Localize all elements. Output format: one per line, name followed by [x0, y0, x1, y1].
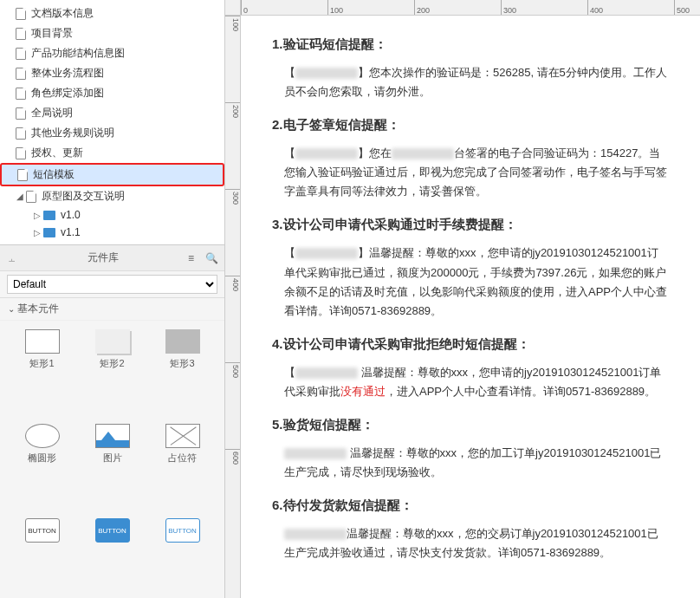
widget-library-panel: ⫠ 元件库 ≡ 🔍 Default ⌄ 基本元件 矩形1矩形2矩形3椭圆形图片占… — [0, 244, 224, 598]
tree-item[interactable]: 授权、更新 — [0, 143, 224, 163]
widget-item[interactable]: 矩形2 — [81, 329, 144, 417]
ruler-tick: 200 — [225, 102, 240, 189]
ruler-tick: 300 — [225, 189, 240, 276]
canvas-area: 0100200300400500 100200300400500600 1.验证… — [225, 0, 700, 598]
section-title: 3.设计公司申请代采购通过时手续费提醒： — [272, 217, 669, 233]
tree-item-label: 角色绑定添加图 — [31, 86, 104, 101]
redacted-text — [295, 148, 358, 159]
tree-item[interactable]: 角色绑定添加图 — [0, 83, 224, 103]
page-icon — [16, 107, 26, 120]
tree-item[interactable]: ▷v1.1 — [0, 224, 224, 241]
ruler-tick: 600 — [225, 449, 240, 536]
widget-item[interactable]: 椭圆形 — [10, 424, 74, 511]
widget-label: 矩形2 — [100, 357, 124, 370]
section-body: 【】您本次操作的验证码是：526285, 请在5分钟内使用。工作人员不会向您索取… — [272, 63, 669, 101]
page-icon — [16, 48, 26, 60]
library-select[interactable]: Default — [7, 275, 217, 294]
section-title: 1.验证码短信提醒： — [272, 36, 669, 53]
widget-shape: BUTTON — [95, 518, 130, 543]
ruler-tick: 500 — [674, 0, 700, 15]
widget-shape — [165, 329, 200, 354]
widget-shape: BUTTON — [165, 518, 200, 543]
widget-item[interactable]: 占位符 — [151, 424, 214, 511]
widget-shape — [25, 329, 60, 354]
chevron-down-icon: ⌄ — [7, 304, 16, 314]
page-icon — [17, 169, 28, 181]
ruler-tick: 100 — [327, 0, 414, 15]
tree-item-label: 产品功能结构信息图 — [31, 46, 125, 61]
section-body: 【】您在台签署的电子合同验证码为：154227。当您输入验证码验证通过后，即视为… — [272, 144, 669, 201]
section-title: 4.设计公司申请代采购审批拒绝时短信提醒： — [272, 336, 669, 353]
tree-item-label: 短信模板 — [33, 167, 75, 182]
widget-grid: 矩形1矩形2矩形3椭圆形图片占位符BUTTONBUTTONBUTTON — [0, 321, 224, 598]
page-icon — [16, 147, 26, 159]
ruler-tick: 200 — [414, 0, 501, 15]
widget-label: 矩形1 — [29, 357, 54, 370]
redacted-text — [295, 248, 358, 259]
section-body: 【 温馨提醒：尊敬的xxx，您申请的jy20191030124521001订单代… — [272, 363, 669, 401]
section-title: 6.待付发货款短信提醒： — [272, 497, 669, 514]
section-body: 【】温馨提醒：尊敬的xxx，您申请的jy20191030124521001订单代… — [272, 244, 669, 320]
page-tree: 文档版本信息项目背景产品功能结构信息图整体业务流程图角色绑定添加图全局说明其他业… — [0, 0, 224, 244]
widget-shape — [95, 424, 130, 448]
search-icon[interactable]: 🔍 — [205, 252, 217, 264]
design-canvas[interactable]: 1.验证码短信提醒：【】您本次操作的验证码是：526285, 请在5分钟内使用。… — [241, 16, 700, 598]
ruler-tick: 400 — [225, 276, 240, 362]
page-icon — [16, 28, 26, 40]
tree-item[interactable]: 产品功能结构信息图 — [0, 43, 224, 63]
widget-label: 占位符 — [168, 452, 197, 465]
redacted-text — [295, 367, 358, 379]
section-title: 2.电子签章短信提醒： — [272, 117, 669, 133]
widget-item[interactable]: BUTTON — [81, 518, 144, 589]
page-icon — [16, 8, 26, 20]
collapse-icon[interactable]: ◢ — [16, 192, 24, 201]
tree-item[interactable]: 其他业务规则说明 — [0, 123, 224, 143]
tree-item[interactable]: 整体业务流程图 — [0, 63, 224, 83]
tree-item-label: 其他业务规则说明 — [31, 126, 114, 140]
section-title: 5.验货短信提醒： — [272, 417, 669, 433]
section-body: 温馨提醒：尊敬的xxx，您的加工订单jy20191030124521001已生产… — [272, 444, 669, 482]
ruler-tick: 300 — [501, 0, 587, 15]
tree-item[interactable]: 短信模板 — [0, 163, 224, 186]
expand-icon[interactable]: ▷ — [33, 228, 42, 237]
ruler-vertical: 100200300400500600 — [225, 16, 241, 598]
tree-item[interactable]: ▷v1.0 — [0, 206, 224, 224]
page-icon — [16, 127, 26, 140]
tree-item-label: v1.0 — [61, 209, 81, 221]
content-section: 5.验货短信提醒： 温馨提醒：尊敬的xxx，您的加工订单jy2019103012… — [272, 417, 669, 482]
ruler-horizontal: 0100200300400500 — [241, 0, 700, 16]
content-section: 6.待付发货款短信提醒：温馨提醒：尊敬的xxx，您的交易订单jy20191030… — [272, 497, 669, 562]
library-title: 元件库 — [23, 250, 183, 265]
tree-item[interactable]: 文档版本信息 — [0, 3, 224, 23]
folder-icon — [43, 211, 55, 220]
tree-item-label: 项目背景 — [31, 26, 73, 41]
tree-item[interactable]: ◢原型图及交互说明 — [0, 186, 224, 206]
page-icon — [26, 191, 36, 203]
widget-item[interactable]: 矩形1 — [10, 329, 74, 417]
tree-item-label: 原型图及交互说明 — [42, 189, 125, 204]
redacted-text — [392, 148, 454, 159]
ruler-tick: 100 — [225, 16, 240, 102]
section-body: 温馨提醒：尊敬的xxx，您的交易订单jy20191030124521001已生产… — [272, 524, 669, 562]
widget-shape: BUTTON — [25, 518, 60, 543]
widget-item[interactable]: 图片 — [81, 424, 144, 511]
ruler-tick: 400 — [587, 0, 674, 15]
ruler-tick: 500 — [225, 362, 240, 449]
tree-item-label: 全局说明 — [31, 106, 73, 120]
widget-item[interactable]: BUTTON — [10, 518, 74, 589]
library-section-header[interactable]: ⌄ 基本元件 — [0, 298, 224, 321]
tree-item-label: 文档版本信息 — [31, 6, 94, 21]
tree-item-label: 整体业务流程图 — [31, 66, 104, 81]
widget-item[interactable]: BUTTON — [151, 518, 214, 589]
sidebar: 文档版本信息项目背景产品功能结构信息图整体业务流程图角色绑定添加图全局说明其他业… — [0, 0, 225, 598]
menu-icon[interactable]: ≡ — [188, 252, 200, 264]
pin-icon[interactable]: ⫠ — [7, 253, 17, 263]
tree-item[interactable]: 全局说明 — [0, 103, 224, 123]
content-section: 1.验证码短信提醒：【】您本次操作的验证码是：526285, 请在5分钟内使用。… — [272, 36, 669, 101]
redacted-text — [284, 448, 347, 459]
content-section: 4.设计公司申请代采购审批拒绝时短信提醒：【 温馨提醒：尊敬的xxx，您申请的j… — [272, 336, 669, 401]
tree-item[interactable]: 项目背景 — [0, 23, 224, 43]
expand-icon[interactable]: ▷ — [33, 211, 42, 220]
widget-shape — [25, 424, 60, 448]
widget-item[interactable]: 矩形3 — [151, 329, 214, 417]
